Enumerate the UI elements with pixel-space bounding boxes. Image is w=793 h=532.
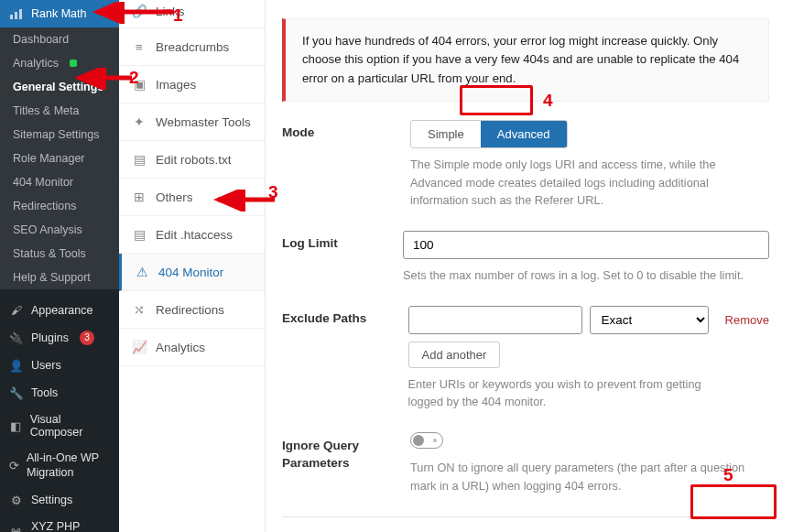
image-icon: ▣	[132, 77, 147, 92]
tab-404-monitor[interactable]: ⚠404 Monitor	[119, 254, 265, 291]
warn-icon: ⚠	[135, 265, 149, 279]
svg-rect-0	[10, 15, 13, 19]
tab-redirections[interactable]: ⤭Redirections	[119, 291, 265, 329]
ignore-query-help: Turn ON to ignore all query parameters (…	[410, 459, 769, 494]
plug-icon: 🔌	[9, 331, 24, 345]
tab-breadcrumbs[interactable]: ≡Breadcrumbs	[119, 28, 265, 66]
sidebar-users[interactable]: 👤Users	[0, 352, 119, 379]
exclude-remove-link[interactable]: Remove	[725, 313, 769, 327]
mode-label: Mode	[282, 120, 392, 209]
wp-admin-sidebar: Rank Math Dashboard Analytics General Se…	[0, 0, 119, 532]
file-icon: ▤	[132, 152, 147, 167]
rank-math-icon	[9, 6, 24, 21]
sidebar-appearance[interactable]: 🖌Appearance	[0, 297, 119, 324]
ignore-query-label: Ignore Query Parameters	[282, 432, 392, 494]
file-icon: ▤	[132, 227, 147, 242]
sidebar-sub-help[interactable]: Help & Support	[0, 266, 119, 289]
migrate-icon: ⟳	[9, 459, 19, 473]
sidebar-sub-sitemap[interactable]: Sitemap Settings	[0, 123, 119, 147]
sidebar-rank-math[interactable]: Rank Math	[0, 0, 119, 27]
exclude-match-select[interactable]: Exact	[590, 306, 709, 334]
sliders-icon: ⚙	[9, 493, 24, 507]
sidebar-xyz-php[interactable]: ⌘XYZ PHP Code	[0, 514, 119, 532]
mode-help: The Simple mode only logs URI and access…	[410, 156, 769, 209]
settings-tabs-panel: 🔗Links ≡Breadcrumbs ▣Images ✦Webmaster T…	[119, 0, 266, 532]
mode-advanced-option[interactable]: Advanced	[481, 121, 567, 147]
sidebar-sub-analytics[interactable]: Analytics	[0, 51, 119, 75]
mode-simple-option[interactable]: Simple	[411, 121, 481, 147]
tab-webmaster[interactable]: ✦Webmaster Tools	[119, 103, 265, 141]
sidebar-sub-dashboard[interactable]: Dashboard	[0, 27, 119, 51]
ignore-query-row: Ignore Query Parameters Turn ON to ignor…	[282, 432, 769, 494]
sidebar-sub-redirections[interactable]: Redirections	[0, 194, 119, 218]
sidebar-tools[interactable]: 🔧Tools	[0, 379, 119, 407]
grid-icon: ⊞	[132, 190, 147, 204]
sidebar-rank-math-label: Rank Math	[31, 7, 86, 20]
tab-analytics[interactable]: 📈Analytics	[119, 329, 265, 366]
sidebar-sub-role-manager[interactable]: Role Manager	[0, 147, 119, 170]
warning-notice: If you have hundreds of 404 errors, your…	[282, 18, 769, 102]
exclude-path-input[interactable]	[408, 306, 582, 334]
svg-rect-2	[19, 9, 22, 19]
link-icon: 🔗	[132, 4, 147, 18]
log-limit-row: Log Limit Sets the max number of rows in…	[282, 231, 769, 284]
settings-footer: Reset Options Save Changes	[282, 516, 769, 532]
settings-content: If you have hundreds of 404 errors, your…	[266, 0, 793, 532]
plugins-badge: 3	[80, 331, 94, 345]
wrench-icon: 🔧	[9, 385, 24, 400]
tab-others[interactable]: ⊞Others	[119, 179, 265, 216]
svg-rect-1	[15, 12, 17, 19]
chart-icon: 📈	[132, 340, 147, 354]
redirect-icon: ⤭	[132, 302, 147, 317]
user-icon: 👤	[9, 358, 24, 373]
breadcrumb-icon: ≡	[132, 39, 147, 54]
log-limit-input[interactable]	[403, 231, 769, 259]
sidebar-sub-seo-analysis[interactable]: SEO Analysis	[0, 218, 119, 242]
mode-row: Mode Simple Advanced The Simple mode onl…	[282, 120, 769, 209]
exclude-row: Exclude Paths Exact Remove Add another E…	[282, 306, 769, 410]
sidebar-migration[interactable]: ⟳All-in-One WP Migration	[0, 445, 119, 486]
tab-images[interactable]: ▣Images	[119, 66, 265, 103]
ignore-query-toggle[interactable]	[410, 432, 443, 449]
log-limit-label: Log Limit	[282, 231, 385, 284]
sidebar-sub-404[interactable]: 404 Monitor	[0, 170, 119, 194]
tab-robots[interactable]: ▤Edit robots.txt	[119, 141, 265, 179]
vc-icon: ◧	[9, 418, 23, 433]
sidebar-sub-status-tools[interactable]: Status & Tools	[0, 242, 119, 266]
sidebar-plugins[interactable]: 🔌Plugins3	[0, 324, 119, 352]
php-icon: ⌘	[9, 526, 24, 532]
sidebar-sub-general-settings[interactable]: General Settings	[0, 75, 119, 99]
sidebar-settings[interactable]: ⚙Settings	[0, 486, 119, 514]
sidebar-sub-titles-meta[interactable]: Titles & Meta	[0, 99, 119, 123]
exclude-label: Exclude Paths	[282, 306, 390, 410]
log-limit-help: Sets the max number of rows in a log. Se…	[403, 266, 769, 284]
tab-htaccess[interactable]: ▤Edit .htaccess	[119, 216, 265, 254]
exclude-add-button[interactable]: Add another	[408, 342, 501, 368]
sidebar-visual-composer[interactable]: ◧Visual Composer	[0, 407, 119, 445]
analytics-status-dot	[70, 60, 77, 67]
mode-segmented: Simple Advanced	[410, 120, 568, 148]
exclude-help: Enter URIs or keywords you wish to preve…	[408, 375, 711, 410]
tab-links[interactable]: 🔗Links	[119, 0, 265, 28]
tool-icon: ✦	[132, 114, 147, 129]
brush-icon: 🖌	[9, 303, 24, 318]
